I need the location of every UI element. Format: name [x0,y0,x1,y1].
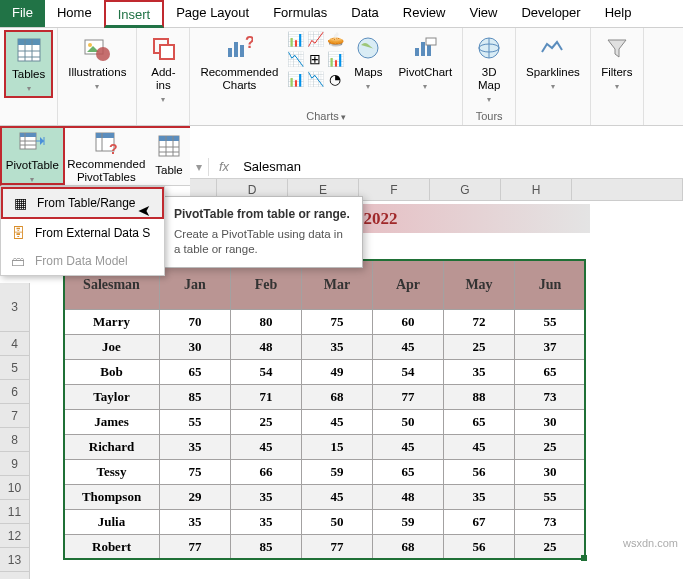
value-cell[interactable]: 88 [444,385,515,410]
value-cell[interactable]: 25 [231,410,302,435]
formula-value[interactable]: Salesman [239,159,301,174]
col-g[interactable]: G [430,179,501,201]
value-cell[interactable]: 30 [160,335,231,360]
name-cell[interactable]: Tessy [64,460,160,485]
name-cell[interactable]: Taylor [64,385,160,410]
value-cell[interactable]: 70 [160,310,231,335]
pivotchart-button[interactable]: PivotChart [392,30,458,94]
illustrations-button[interactable]: Illustrations [62,30,132,94]
pie-chart-icon[interactable]: 🥧 [326,30,344,48]
addins-button[interactable]: Add- ins [141,30,185,108]
row-head[interactable]: 7 [0,404,30,428]
row-head[interactable]: 8 [0,428,30,452]
menu-from-external[interactable]: 🗄 From External Data S [1,219,164,247]
value-cell[interactable]: 55 [160,410,231,435]
charts-group-label[interactable]: Charts [194,108,458,125]
tab-review[interactable]: Review [391,0,458,27]
tab-home[interactable]: Home [45,0,104,27]
value-cell[interactable]: 35 [231,485,302,510]
value-cell[interactable]: 65 [444,410,515,435]
tables-button[interactable]: Tables [4,30,53,98]
value-cell[interactable]: 85 [160,385,231,410]
col-h[interactable]: H [501,179,572,201]
value-cell[interactable]: 59 [302,460,373,485]
tab-data[interactable]: Data [339,0,390,27]
tab-developer[interactable]: Developer [509,0,592,27]
tab-insert[interactable]: Insert [104,0,165,28]
value-cell[interactable]: 30 [515,410,586,435]
value-cell[interactable]: 48 [231,335,302,360]
value-cell[interactable]: 77 [160,535,231,560]
value-cell[interactable]: 54 [231,360,302,385]
hierarchy-chart-icon[interactable]: 📊 [286,70,304,88]
radar-chart-icon[interactable]: ◔ [326,70,344,88]
pivottable-button[interactable]: PivotTable [0,126,65,185]
recommended-pivottables-button[interactable]: ? Recommended PivotTables [65,128,148,185]
value-cell[interactable]: 37 [515,335,586,360]
value-cell[interactable]: 45 [373,335,444,360]
name-cell[interactable]: Robert [64,535,160,560]
name-cell[interactable]: Marry [64,310,160,335]
value-cell[interactable]: 67 [444,510,515,535]
sparklines-button[interactable]: Sparklines [520,30,586,94]
filters-button[interactable]: Filters [595,30,639,94]
combo-chart-icon[interactable]: 📊 [326,50,344,68]
row-head[interactable]: 14 [0,572,30,579]
value-cell[interactable]: 73 [515,510,586,535]
value-cell[interactable]: 66 [231,460,302,485]
value-cell[interactable]: 56 [444,535,515,560]
col-header[interactable]: May [444,260,515,310]
col-header[interactable]: Apr [373,260,444,310]
row-head[interactable]: 6 [0,380,30,404]
row-head[interactable]: 13 [0,548,30,572]
value-cell[interactable]: 50 [373,410,444,435]
value-cell[interactable]: 45 [302,410,373,435]
name-cell[interactable]: Julia [64,510,160,535]
name-cell[interactable]: Thompson [64,485,160,510]
col-f[interactable]: F [359,179,430,201]
fx-icon[interactable]: fx [209,159,239,174]
value-cell[interactable]: 72 [444,310,515,335]
value-cell[interactable]: 65 [373,460,444,485]
value-cell[interactable]: 35 [160,435,231,460]
value-cell[interactable]: 15 [302,435,373,460]
table-button[interactable]: Table [148,128,190,185]
tab-formulas[interactable]: Formulas [261,0,339,27]
value-cell[interactable]: 48 [373,485,444,510]
value-cell[interactable]: 54 [373,360,444,385]
maps-button[interactable]: Maps [346,30,390,94]
value-cell[interactable]: 30 [515,460,586,485]
name-cell[interactable]: Bob [64,360,160,385]
value-cell[interactable]: 55 [515,485,586,510]
row-head[interactable]: 11 [0,500,30,524]
scatter-chart-icon[interactable]: ⊞ [306,50,324,68]
name-cell[interactable]: Richard [64,435,160,460]
value-cell[interactable]: 60 [373,310,444,335]
value-cell[interactable]: 73 [515,385,586,410]
value-cell[interactable]: 55 [515,310,586,335]
row-head[interactable]: 5 [0,356,30,380]
tab-help[interactable]: Help [593,0,644,27]
area-chart-icon[interactable]: 📉 [286,50,304,68]
value-cell[interactable]: 35 [231,510,302,535]
name-cell[interactable]: James [64,410,160,435]
tab-file[interactable]: File [0,0,45,27]
value-cell[interactable]: 75 [160,460,231,485]
value-cell[interactable]: 49 [302,360,373,385]
value-cell[interactable]: 35 [444,485,515,510]
value-cell[interactable]: 29 [160,485,231,510]
value-cell[interactable]: 75 [302,310,373,335]
line-chart-icon[interactable]: 📈 [306,30,324,48]
value-cell[interactable]: 65 [515,360,586,385]
value-cell[interactable]: 71 [231,385,302,410]
row-head[interactable]: 9 [0,452,30,476]
value-cell[interactable]: 25 [515,435,586,460]
row-head[interactable]: 10 [0,476,30,500]
value-cell[interactable]: 25 [444,335,515,360]
value-cell[interactable]: 65 [160,360,231,385]
row-head[interactable]: 4 [0,332,30,356]
name-cell[interactable]: Joe [64,335,160,360]
value-cell[interactable]: 45 [231,435,302,460]
map3d-button[interactable]: 3D Map [467,30,511,108]
value-cell[interactable]: 35 [444,360,515,385]
